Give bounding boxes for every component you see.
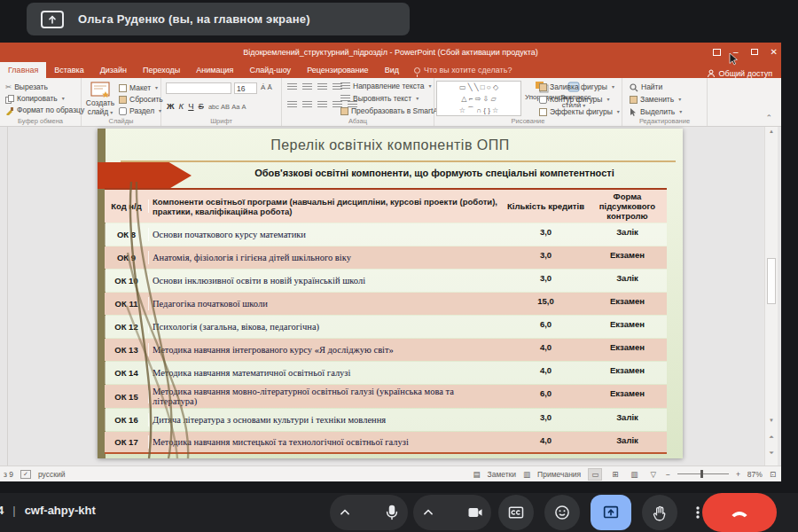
captions-button[interactable] <box>498 495 534 530</box>
scroll-thumb[interactable] <box>767 258 776 304</box>
shape-fill-button[interactable]: Заливка фигуры <box>539 82 614 93</box>
ribbon-display-options-icon[interactable] <box>713 49 721 56</box>
shape-effects-button[interactable]: Эффекты фигуры <box>539 106 620 118</box>
align-text-button[interactable]: Выровнять текст <box>340 93 419 105</box>
italic-button[interactable]: К <box>179 101 184 111</box>
stop-presenting-button[interactable] <box>591 495 631 530</box>
raise-hand-button[interactable] <box>642 495 677 530</box>
zoom-level[interactable]: 87% <box>747 470 763 479</box>
tell-me-tab[interactable]: Что вы хотите сделать? <box>407 62 520 78</box>
view-sorter-button[interactable]: ⊞ <box>609 469 621 480</box>
layout-button[interactable]: Макет <box>119 82 158 94</box>
table-row: ОК 12Психологія (загальна, вікова, педаг… <box>105 316 667 338</box>
meeting-code: cwf-ahpy-kht <box>25 504 96 517</box>
row-name: Методика навчання мовно-літературної осв… <box>149 385 504 408</box>
section-button[interactable]: Раздел <box>119 106 161 117</box>
shape-outline-button[interactable]: Контур фигуры <box>539 94 609 106</box>
zoom-slider[interactable] <box>677 473 729 474</box>
row-code: ОК 8 <box>105 228 149 241</box>
notes-button[interactable]: Заметки <box>488 470 517 479</box>
copy-button[interactable]: Копировать <box>5 93 65 105</box>
zoom-out-button[interactable]: − <box>666 470 670 479</box>
fit-to-window-button[interactable]: ⊡ <box>770 470 776 479</box>
row-control: Екзамен <box>588 246 667 262</box>
zoom-in-button[interactable]: + <box>736 470 740 479</box>
vertical-scrollbar[interactable]: ▲ ▼ ⏶ ⏷ <box>764 127 778 466</box>
text-direction-label: Направление текста <box>353 81 425 92</box>
table-row: ОК 14Методика навчання математичної осві… <box>105 362 667 384</box>
table-row: ОК 13Методика навчання інтегрованого кур… <box>105 339 667 361</box>
layout-icon <box>119 84 127 92</box>
slide-canvas[interactable]: Перелік освітніх компонентів ОПП Обов'яз… <box>98 129 683 458</box>
underline-button[interactable]: Ч <box>188 101 193 111</box>
camera-control[interactable] <box>413 495 491 530</box>
bold-button[interactable]: Ж <box>167 101 175 111</box>
separator: | <box>12 504 15 517</box>
section-icon <box>119 107 127 115</box>
end-call-button[interactable] <box>702 493 777 532</box>
ribbon: ✂ Вырезать Копировать Формат по образцу … <box>0 78 781 127</box>
scroll-down-icon[interactable]: ▼ <box>765 418 778 423</box>
chevron-up-icon[interactable] <box>420 505 436 520</box>
mouse-cursor <box>729 53 738 66</box>
reset-button[interactable]: Сбросить <box>119 94 163 106</box>
tab-view[interactable]: Вид <box>377 62 407 78</box>
reactions-button[interactable] <box>544 495 580 530</box>
row-code: ОК 17 <box>105 435 149 449</box>
previous-slide-button[interactable]: ⏶ <box>765 434 778 441</box>
language-indicator[interactable]: русский <box>38 470 66 479</box>
camera-icon[interactable] <box>466 504 484 521</box>
mic-control[interactable] <box>330 495 408 530</box>
chevron-up-icon[interactable] <box>337 505 353 520</box>
tab-slideshow[interactable]: Слайд-шоу <box>241 62 299 78</box>
spellcheck-icon[interactable]: ✓ <box>20 470 31 479</box>
format-painter-button[interactable]: Формат по образцу <box>5 105 84 116</box>
comments-icon: ▥ <box>523 470 530 479</box>
replace-button[interactable]: Заменить <box>630 94 681 106</box>
share-button[interactable]: Общий доступ <box>707 69 781 78</box>
strikethrough-button[interactable]: S <box>199 101 204 111</box>
layout-label: Макет <box>129 82 151 94</box>
cut-button[interactable]: ✂ Вырезать <box>5 82 48 93</box>
font-size-combo[interactable]: 16 <box>234 82 257 94</box>
new-slide-label-2: слайд <box>85 107 115 116</box>
view-normal-button[interactable]: ▭ <box>588 468 602 481</box>
new-slide-button[interactable]: Создать слайд <box>85 81 115 116</box>
mic-icon[interactable] <box>383 504 401 521</box>
powerpoint-window: Відокремлений_структурний_підрозділ - Po… <box>0 43 781 481</box>
list-indent-buttons[interactable] <box>287 83 342 91</box>
meeting-info: 4 | cwf-ahpy-kht <box>0 504 96 517</box>
restore-button[interactable] <box>751 49 758 55</box>
font-name-combo[interactable] <box>166 82 231 94</box>
view-slideshow-button[interactable]: ▽ <box>647 469 659 480</box>
find-button[interactable]: Найти <box>630 82 662 93</box>
row-code: ОК 12 <box>105 320 149 333</box>
person-icon <box>707 69 716 78</box>
font-extra-buttons[interactable]: abc АВ Аа А <box>208 103 246 111</box>
shapes-gallery[interactable]: ▭ ╲ ╲ □ ○ ◇△ ⌐ ⇨ ⇩ ▱☆ ⌒ ∩ { } ☆ <box>436 81 521 116</box>
tab-design[interactable]: Дизайн <box>92 62 135 78</box>
replace-label: Заменить <box>640 94 674 106</box>
tab-insert[interactable]: Вставка <box>46 62 91 78</box>
ribbon-tabs: ГлавнаяВставкаДизайнПереходыАнимацияСлай… <box>0 61 781 78</box>
shape-effects-icon <box>539 108 547 116</box>
group-paragraph: Абзац <box>282 117 434 125</box>
text-direction-button[interactable]: Направление текста <box>340 81 432 92</box>
tab-review[interactable]: Рецензирование <box>299 62 377 78</box>
comments-button[interactable]: Примечания <box>537 470 581 479</box>
collapse-ribbon-button[interactable]: ⌃ <box>765 113 772 122</box>
tab-animations[interactable]: Анимация <box>188 62 241 78</box>
shape-outline-label: Контур фигуры <box>550 94 602 106</box>
table-row: ОК 9Анатомія, фізіологія і гігієна дітей… <box>105 246 667 269</box>
next-slide-button[interactable]: ⏷ <box>765 450 778 457</box>
cut-label: Вырезать <box>14 82 48 93</box>
tab-transitions[interactable]: Переходы <box>135 62 188 78</box>
smartart-button[interactable]: Преобразовать в SmartArt <box>340 106 450 117</box>
view-reading-button[interactable]: ▥ <box>628 469 640 480</box>
tab-home[interactable]: Главная <box>0 62 46 78</box>
grow-shrink-font-buttons[interactable]: А́ А̌ <box>261 83 272 91</box>
scroll-up-icon[interactable]: ▲ <box>765 129 778 134</box>
ppt-title-bar: Відокремлений_структурний_підрозділ - Po… <box>0 43 781 61</box>
group-editing: Редактирование <box>622 117 707 125</box>
close-button[interactable]: ✕ <box>771 48 778 57</box>
